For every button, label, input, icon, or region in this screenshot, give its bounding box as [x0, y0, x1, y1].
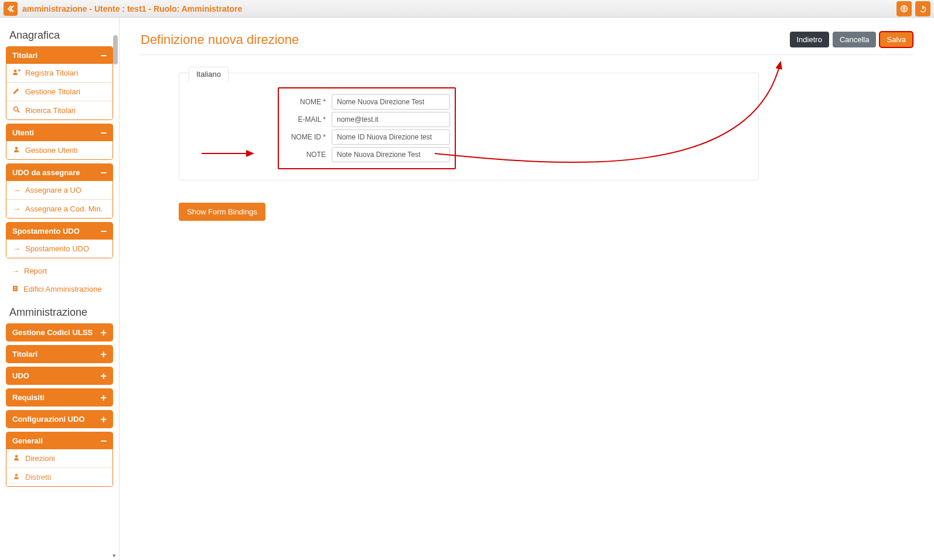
- panel-admin-titolari: Titolari +: [6, 345, 113, 363]
- label-nomeid: NOME ID *: [284, 133, 332, 141]
- svg-point-12: [15, 455, 18, 458]
- panel-gestione-codici: Gestione Codici ULSS +: [6, 323, 113, 342]
- svg-point-13: [15, 474, 18, 477]
- input-note[interactable]: [332, 147, 450, 162]
- panel-header-generali[interactable]: Generali −: [6, 432, 113, 449]
- plus-icon: +: [100, 373, 107, 379]
- input-email[interactable]: [332, 112, 450, 127]
- nav-assegnare-codmin[interactable]: → Assegnare a Cod. Min.: [6, 199, 113, 218]
- panel-title: UDO: [12, 371, 29, 380]
- power-icon[interactable]: [915, 1, 930, 16]
- nav-distretti[interactable]: Distretti: [6, 467, 113, 486]
- panel-title: Configurazioni UDO: [12, 415, 85, 424]
- building-icon: [12, 285, 19, 293]
- panel-header-udo-assegnare[interactable]: UDO da assegnare −: [6, 164, 113, 181]
- user-icon: [12, 454, 21, 463]
- input-nome[interactable]: [332, 94, 450, 110]
- back-button[interactable]: Indietro: [790, 32, 829, 47]
- nav-label: Ricerca Titolari: [25, 106, 76, 115]
- panel-header-utenti[interactable]: Utenti −: [6, 124, 113, 141]
- cancel-button[interactable]: Cancella: [833, 32, 877, 47]
- nav-label: Gestione Titolari: [25, 87, 80, 96]
- panel-title: UDO da assegnare: [12, 168, 80, 177]
- svg-rect-11: [16, 289, 17, 290]
- search-icon: [12, 106, 21, 115]
- svg-rect-8: [14, 287, 15, 288]
- save-button[interactable]: Salva: [880, 32, 913, 47]
- back-icon[interactable]: [4, 2, 18, 16]
- minus-icon: −: [100, 130, 107, 136]
- arrow-right-icon: →: [12, 244, 21, 253]
- panel-configurazioni: Configurazioni UDO +: [6, 410, 113, 428]
- label-nome: NOME *: [284, 98, 332, 106]
- plus-icon: +: [100, 330, 107, 336]
- show-bindings-button[interactable]: Show Form Bindings: [179, 203, 265, 221]
- svg-rect-9: [16, 287, 17, 288]
- app-title: amministrazione - Utente : test1 - Ruolo…: [22, 4, 893, 13]
- nav-report[interactable]: → Report: [6, 262, 113, 280]
- panel-title: Spostamento UDO: [12, 227, 80, 235]
- svg-rect-7: [13, 286, 18, 291]
- panel-header-gestione-codici[interactable]: Gestione Codici ULSS +: [6, 324, 113, 341]
- user-icon: [12, 473, 21, 482]
- nav-label: Registra Titolari: [25, 69, 78, 77]
- panel-udo-assegnare: UDO da assegnare − → Assegnare a UO → As…: [6, 163, 113, 218]
- nav-label: Assegnare a Cod. Min.: [25, 204, 103, 213]
- nav-label: Direzioni: [25, 454, 55, 463]
- nav-gestione-utenti[interactable]: Gestione Utenti: [6, 141, 113, 159]
- sidebar: Anagrafica Titolari − Registra Titolari: [0, 18, 120, 560]
- nav-label: Assegnare a UO: [25, 186, 81, 194]
- plus-icon: +: [100, 351, 107, 357]
- panel-header-spostamento[interactable]: Spostamento UDO −: [6, 223, 113, 240]
- panel-header-admin-titolari[interactable]: Titolari +: [6, 346, 113, 363]
- panel-title: Requisiti: [12, 393, 45, 402]
- nav-label: Spostamento UDO: [25, 244, 89, 253]
- nav-label: Distretti: [25, 473, 51, 482]
- panel-title: Titolari: [12, 51, 38, 60]
- edit-icon: [12, 87, 21, 96]
- minus-icon: −: [100, 438, 107, 444]
- nav-edifici[interactable]: Edifici Amministrazione: [6, 280, 113, 298]
- form-highlight-box: NOME * E-MAIL * NOME ID * NOTE: [278, 87, 456, 169]
- svg-point-4: [14, 107, 18, 111]
- nav-assegnare-uo[interactable]: → Assegnare a UO: [6, 181, 113, 199]
- svg-rect-10: [14, 289, 15, 290]
- user-icon: [12, 146, 21, 155]
- nav-gestione-titolari[interactable]: Gestione Titolari: [6, 82, 113, 101]
- panel-spostamento: Spostamento UDO − → Spostamento UDO: [6, 222, 113, 258]
- minus-icon: −: [100, 53, 107, 59]
- nav-label: Edifici Amministrazione: [23, 285, 102, 293]
- input-nomeid[interactable]: [332, 129, 450, 145]
- user-plus-icon: [12, 69, 21, 77]
- scroll-down-icon[interactable]: ▾: [111, 552, 118, 560]
- panel-requisiti: Requisiti +: [6, 388, 113, 407]
- minus-icon: −: [100, 170, 107, 176]
- nav-label: Report: [24, 267, 47, 275]
- panel-header-configurazioni[interactable]: Configurazioni UDO +: [6, 411, 113, 428]
- nav-ricerca-titolari[interactable]: Ricerca Titolari: [6, 101, 113, 119]
- panel-utenti: Utenti − Gestione Utenti: [6, 124, 113, 160]
- minus-icon: −: [100, 228, 107, 234]
- nav-registra-titolari[interactable]: Registra Titolari: [6, 64, 113, 82]
- panel-title: Utenti: [12, 128, 34, 137]
- label-note: NOTE: [284, 151, 332, 159]
- section-amministrazione: Amministrazione: [9, 306, 113, 319]
- panel-titolari: Titolari − Registra Titolari Gest: [6, 46, 113, 120]
- panel-header-requisiti[interactable]: Requisiti +: [6, 389, 113, 406]
- nav-label: Gestione Utenti: [25, 146, 78, 155]
- panel-title: Generali: [12, 436, 43, 445]
- form-card: Italiano NOME * E-MAIL * NOME ID * NOTE: [179, 73, 759, 180]
- nav-spostamento-udo[interactable]: → Spostamento UDO: [6, 240, 113, 258]
- panel-header-admin-udo[interactable]: UDO +: [6, 367, 113, 384]
- svg-line-5: [18, 111, 19, 112]
- nav-direzioni[interactable]: Direzioni: [6, 449, 113, 467]
- svg-point-3: [14, 70, 17, 73]
- plus-icon: +: [100, 395, 107, 401]
- globe-icon[interactable]: [896, 1, 912, 16]
- arrow-right-icon: →: [12, 204, 21, 213]
- svg-point-6: [15, 147, 18, 150]
- scrollbar-thumb[interactable]: [113, 35, 118, 64]
- tab-italiano[interactable]: Italiano: [189, 67, 229, 81]
- panel-header-titolari[interactable]: Titolari −: [6, 47, 113, 64]
- arrow-right-icon: →: [12, 267, 19, 275]
